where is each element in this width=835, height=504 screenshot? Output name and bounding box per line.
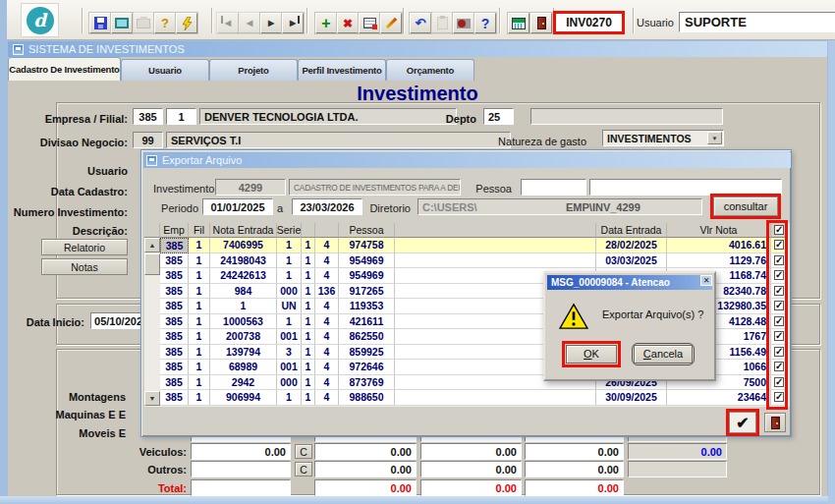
grid-cell-c6[interactable]: 4: [315, 360, 339, 375]
grid-cell-c5[interactable]: 1: [302, 345, 315, 361]
grid-cell-c5[interactable]: 1: [302, 253, 315, 269]
outros-value-4[interactable]: 0.00: [525, 461, 624, 477]
grid-cell-nota[interactable]: 7406995: [210, 238, 277, 253]
grid-cell-nota[interactable]: 139794: [210, 345, 277, 361]
tab-projeto[interactable]: Projeto: [209, 59, 298, 81]
grid-cell-c6[interactable]: 136: [315, 284, 339, 300]
next-record-button[interactable]: ▶: [260, 13, 282, 33]
row-checkbox[interactable]: [774, 270, 784, 280]
grid-cell-c6[interactable]: 4: [315, 253, 339, 269]
grid-cell-emp[interactable]: 385: [160, 253, 189, 269]
veiculos-value-4[interactable]: 0.00: [525, 443, 624, 460]
grid-cell-serie[interactable]: 000: [277, 284, 302, 300]
pessoa-nome-field[interactable]: [589, 179, 782, 196]
grid-cell-serie[interactable]: 1: [277, 238, 302, 253]
tab-or-amento[interactable]: Orçamento: [386, 59, 474, 81]
search-help-button[interactable]: ?: [154, 13, 176, 33]
grid-cell-pessoa[interactable]: 917265: [339, 284, 395, 300]
grid-cell-fil[interactable]: 1: [189, 314, 210, 330]
row-checkbox[interactable]: [774, 347, 784, 357]
grid-cell-c5[interactable]: 1: [302, 360, 315, 375]
grid-cell-data[interactable]: 30/09/2025: [596, 390, 667, 406]
outros-value-2[interactable]: 0.00: [314, 461, 417, 477]
grid-cell-fil[interactable]: 1: [189, 329, 210, 345]
grid-cell-data[interactable]: 28/02/2025: [596, 238, 667, 253]
grid-cell-serie[interactable]: 000: [277, 375, 302, 391]
grid-cell-check[interactable]: [771, 268, 788, 284]
row-checkbox[interactable]: [774, 301, 784, 310]
tab-usuario[interactable]: Usuario: [121, 59, 209, 81]
save-button[interactable]: [89, 13, 111, 33]
total-value-4[interactable]: 0.00: [525, 479, 624, 496]
natureza-gasto-dropdown[interactable]: INVESTIMENTOS ▼: [602, 130, 724, 146]
grid-cell-emp[interactable]: 385: [160, 299, 189, 314]
confirm-check-button[interactable]: ✔: [729, 412, 756, 433]
grid-cell-fil[interactable]: 1: [189, 253, 210, 269]
grid-header-check[interactable]: [771, 223, 788, 238]
grid-cell-pessoa[interactable]: 862550: [339, 329, 395, 345]
exit-button[interactable]: [764, 413, 786, 432]
grid-cell-c5[interactable]: 1: [302, 238, 315, 253]
pessoa-cod-field[interactable]: [521, 179, 586, 196]
grid-cell-data[interactable]: 03/03/2025: [596, 253, 667, 269]
grid-cell-nota[interactable]: 1000563: [210, 314, 277, 330]
cancela-button[interactable]: Cancela: [634, 345, 693, 364]
close-icon[interactable]: ✕: [700, 275, 712, 286]
grid-cell-nota[interactable]: 24242613: [210, 268, 277, 284]
help-button[interactable]: ?: [474, 13, 496, 33]
grid-cell-emp[interactable]: 385: [160, 345, 189, 361]
veiculos-value-1[interactable]: 0.00: [191, 443, 291, 460]
row-checkbox[interactable]: [774, 331, 784, 341]
row-checkbox[interactable]: [774, 255, 784, 265]
grid-cell-emp[interactable]: 385: [160, 360, 189, 375]
scroll-up-icon[interactable]: ▲: [144, 238, 160, 252]
grid-cell-pessoa[interactable]: 988650: [339, 390, 395, 406]
grid-cell-pessoa[interactable]: 873769: [339, 375, 395, 391]
grid-cell-pessoa[interactable]: 954969: [339, 268, 395, 284]
grid-cell-nota[interactable]: 1: [210, 299, 277, 314]
grid-cell-fil[interactable]: 1: [189, 375, 210, 391]
veiculos-value-2[interactable]: 0.00: [314, 443, 417, 460]
outros-value-1[interactable]: [191, 461, 291, 477]
grid-scrollbar[interactable]: ▲▼: [144, 238, 160, 406]
grid-cell-valor[interactable]: 4016.61: [667, 238, 771, 253]
add-record-button[interactable]: +: [315, 13, 337, 33]
grid-cell-c5[interactable]: 1: [302, 284, 315, 300]
grid-cell-serie[interactable]: 1: [277, 268, 302, 284]
exit-button[interactable]: [530, 13, 552, 33]
grid-cell-pessoa[interactable]: 421611: [339, 314, 395, 330]
grid-cell-check[interactable]: [771, 314, 788, 330]
periodo-ate-field[interactable]: 23/03/2026: [292, 198, 362, 215]
screen-button[interactable]: [111, 13, 133, 33]
grid-cell-check[interactable]: [771, 345, 788, 361]
tab-perfil-investimento[interactable]: Perfil Investimento: [298, 59, 386, 81]
edit-grid-button[interactable]: [359, 13, 380, 33]
grid-cell-c6[interactable]: 4: [315, 268, 339, 284]
calc-button[interactable]: [508, 13, 529, 33]
grid-cell-check[interactable]: [771, 284, 788, 300]
grid-cell-serie[interactable]: 1: [277, 314, 302, 330]
grid-cell-emp[interactable]: 385: [160, 329, 189, 345]
grid-cell-fil[interactable]: 1: [189, 299, 210, 314]
grid-cell-emp[interactable]: 385: [160, 238, 189, 253]
grid-cell-check[interactable]: [771, 375, 788, 391]
grid-cell-c6[interactable]: 4: [315, 238, 339, 253]
usuario-value-field[interactable]: SUPORTE: [679, 12, 835, 32]
grid-cell-check[interactable]: [771, 238, 788, 253]
grid-cell-emp[interactable]: 385: [160, 375, 189, 391]
grid-cell-emp[interactable]: 385: [160, 314, 189, 330]
grid-cell-serie[interactable]: 1: [277, 390, 302, 406]
tab-cadastro-de-investimento[interactable]: Cadastro De Investimento: [8, 57, 121, 81]
grid-cell-c6[interactable]: 4: [315, 345, 339, 361]
grid-cell-fil[interactable]: 1: [189, 390, 210, 406]
media-button[interactable]: [453, 13, 474, 33]
periodo-de-field[interactable]: 01/01/2025: [202, 198, 273, 215]
grid-cell-fil[interactable]: 1: [189, 345, 210, 361]
delete-record-button[interactable]: ✖: [337, 13, 359, 33]
grid-cell-c6[interactable]: 4: [315, 375, 339, 391]
grid-cell-pessoa[interactable]: 972646: [339, 360, 395, 375]
grid-cell-check[interactable]: [771, 329, 788, 345]
grid-cell-serie[interactable]: 3: [277, 345, 302, 361]
scroll-down-icon[interactable]: ▼: [144, 391, 160, 406]
outros-c-button[interactable]: C: [295, 462, 312, 476]
